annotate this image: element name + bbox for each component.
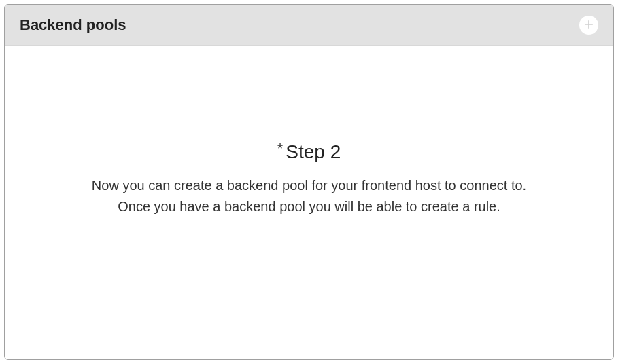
step-description: Now you can create a backend pool for yo… bbox=[92, 175, 526, 217]
step-description-line1: Now you can create a backend pool for yo… bbox=[92, 178, 526, 193]
step-heading: *Step 2 bbox=[277, 141, 341, 163]
step-title-text: Step 2 bbox=[286, 141, 341, 162]
panel-header: Backend pools bbox=[5, 5, 613, 46]
panel-title: Backend pools bbox=[20, 16, 126, 34]
add-backend-pool-button[interactable] bbox=[579, 16, 598, 35]
panel-body: *Step 2 Now you can create a backend poo… bbox=[5, 46, 613, 359]
step-description-line2: Once you have a backend pool you will be… bbox=[118, 199, 500, 214]
backend-pools-panel: Backend pools *Step 2 Now you can create… bbox=[4, 4, 614, 360]
required-asterisk: * bbox=[277, 140, 284, 157]
plus-icon bbox=[583, 18, 595, 33]
